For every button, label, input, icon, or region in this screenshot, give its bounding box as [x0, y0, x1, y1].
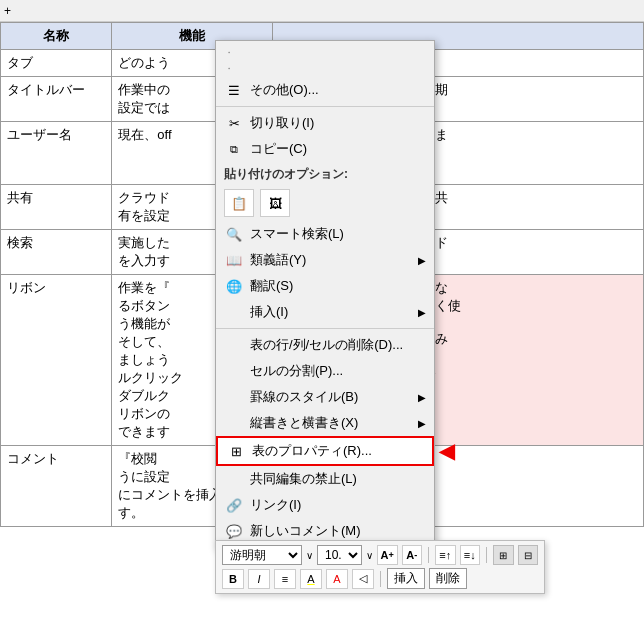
delete-button[interactable]: 削除 [429, 568, 467, 589]
arrow-icon: ▶ [418, 392, 426, 403]
cut-icon: ✂ [224, 113, 244, 133]
undo-btn[interactable]: ◁ [352, 569, 374, 589]
smart-search-icon: 🔍 [224, 224, 244, 244]
separator [486, 547, 487, 563]
menu-separator [216, 106, 434, 107]
row-name: 共有 [1, 185, 112, 230]
row-name: 検索 [1, 230, 112, 275]
table-props-icon: ⊞ [226, 441, 246, 461]
align-btn[interactable]: ≡ [274, 569, 296, 589]
separator [380, 571, 381, 587]
menu-item-dots2: ・ [216, 61, 434, 77]
arrow-icon: ▶ [418, 255, 426, 266]
font-dropdown-icon[interactable]: ∨ [306, 550, 313, 561]
copy-icon: ⧉ [224, 139, 244, 159]
highlight-btn[interactable]: A [300, 569, 322, 589]
menu-item-dots1: ・ [216, 45, 434, 61]
menu-item-table-props[interactable]: ⊞ 表のプロパティ(R)... ◀ [216, 436, 434, 466]
row-name: コメント [1, 446, 112, 527]
font-decrease-btn[interactable]: A- [402, 545, 423, 565]
list-indent-btn[interactable]: ≡↑ [435, 545, 456, 565]
font-increase-btn[interactable]: A+ [377, 545, 398, 565]
menu-item-copy[interactable]: ⧉ コピー(C) [216, 136, 434, 162]
menu-item-translate[interactable]: 🌐 翻訳(S) [216, 273, 434, 299]
delete-row-icon [224, 335, 244, 355]
link-icon: 🔗 [224, 495, 244, 515]
paste-options-label: 貼り付けのオプション: [216, 162, 434, 185]
bold-btn[interactable]: B [222, 569, 244, 589]
menu-item-vertical[interactable]: 縦書きと横書き(X) ▶ [216, 410, 434, 436]
menu-separator [216, 328, 434, 329]
table-move-icon[interactable]: + [4, 4, 11, 18]
paste-options-row: 📋 🖼 [216, 185, 434, 221]
mini-toolbar: 游明朝 ∨ 10.5 ∨ A+ A- ≡↑ ≡↓ ⊞ ⊟ B I ≡ A A ◁… [215, 540, 545, 594]
table-insert-col-btn[interactable]: ⊞ [493, 545, 514, 565]
arrow-icon: ▶ [418, 418, 426, 429]
arrow-icon: ▶ [418, 307, 426, 318]
toolbar-row2: B I ≡ A A ◁ 挿入 削除 [222, 568, 538, 589]
insert-button[interactable]: 挿入 [387, 568, 425, 589]
menu-item-smart-search[interactable]: 🔍 スマート検索(L) [216, 221, 434, 247]
italic-btn[interactable]: I [248, 569, 270, 589]
other-icon: ☰ [224, 80, 244, 100]
context-menu: ・ ・ ☰ その他(O)... ✂ 切り取り(I) ⧉ コピー(C) 貼り付けの… [215, 40, 435, 549]
paste-icon-1[interactable]: 📋 [224, 189, 254, 217]
synonym-icon: 📖 [224, 250, 244, 270]
comment-icon: 💬 [224, 521, 244, 541]
insert-icon [224, 302, 244, 322]
font-size-dropdown-icon[interactable]: ∨ [366, 550, 373, 561]
font-color-btn[interactable]: A [326, 569, 348, 589]
no-edit-icon [224, 469, 244, 489]
paste-icon-2[interactable]: 🖼 [260, 189, 290, 217]
vertical-icon [224, 413, 244, 433]
menu-item-no-edit[interactable]: 共同編集の禁止(L) [216, 466, 434, 492]
border-style-icon [224, 387, 244, 407]
row-name: リボン [1, 275, 112, 446]
menu-item-other[interactable]: ☰ その他(O)... [216, 77, 434, 103]
font-size-select[interactable]: 10.5 [317, 545, 362, 565]
table-delete-col-btn[interactable]: ⊟ [518, 545, 539, 565]
list-outdent-btn[interactable]: ≡↓ [460, 545, 481, 565]
top-bar: + [0, 0, 644, 22]
row-name: タブ [1, 50, 112, 77]
menu-item-border-style[interactable]: 罫線のスタイル(B) ▶ [216, 384, 434, 410]
menu-item-cut[interactable]: ✂ 切り取り(I) [216, 110, 434, 136]
red-arrow-icon: ◀ [439, 439, 454, 463]
menu-item-link[interactable]: 🔗 リンク(I) [216, 492, 434, 518]
header-name: 名称 [1, 23, 112, 50]
split-cell-icon [224, 361, 244, 381]
row-name: ユーザー名 [1, 122, 112, 185]
translate-icon: 🌐 [224, 276, 244, 296]
menu-item-insert[interactable]: 挿入(I) ▶ [216, 299, 434, 325]
separator [428, 547, 429, 563]
menu-item-split-cell[interactable]: セルの分割(P)... [216, 358, 434, 384]
row-name: タイトルバー [1, 77, 112, 122]
menu-item-synonym[interactable]: 📖 類義語(Y) ▶ [216, 247, 434, 273]
font-name-select[interactable]: 游明朝 [222, 545, 302, 565]
menu-item-delete-row[interactable]: 表の行/列/セルの削除(D)... [216, 332, 434, 358]
toolbar-row1: 游明朝 ∨ 10.5 ∨ A+ A- ≡↑ ≡↓ ⊞ ⊟ [222, 545, 538, 565]
